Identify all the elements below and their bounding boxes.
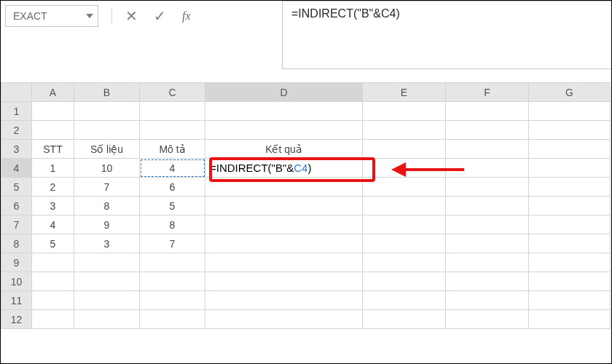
cell-G3[interactable]	[529, 140, 611, 159]
cell-B12[interactable]	[74, 310, 140, 329]
row-header-6[interactable]: 6	[1, 197, 32, 215]
cell-E11[interactable]	[363, 291, 446, 310]
cell-G1[interactable]	[529, 102, 611, 121]
cell-F3[interactable]	[446, 140, 529, 159]
cell-C12[interactable]	[140, 310, 205, 329]
row-header-8[interactable]: 8	[1, 234, 32, 253]
cell-A11[interactable]	[32, 291, 74, 310]
cell-G6[interactable]	[529, 197, 611, 215]
cell-F7[interactable]	[446, 215, 529, 234]
cell-B9[interactable]	[74, 253, 140, 272]
cell-A10[interactable]	[32, 272, 74, 291]
cell-B4[interactable]: 10	[74, 159, 140, 178]
spreadsheet-grid[interactable]: A B C D E F G 1 2 3 STT Số liệu Mô tả Kế…	[1, 82, 612, 329]
cell-E3[interactable]	[363, 140, 446, 159]
cell-E6[interactable]	[363, 197, 446, 215]
cell-E9[interactable]	[363, 253, 446, 272]
insert-function-icon[interactable]: fx	[182, 9, 191, 23]
name-box-dropdown-icon[interactable]	[86, 14, 93, 18]
row-header-4[interactable]: 4	[1, 159, 32, 178]
cell-A1[interactable]	[32, 102, 74, 121]
cell-F12[interactable]	[446, 310, 529, 329]
cell-E1[interactable]	[363, 102, 446, 121]
cell-B1[interactable]	[74, 102, 140, 121]
cell-B8[interactable]: 3	[74, 234, 140, 253]
column-header-A[interactable]: A	[32, 83, 74, 102]
cell-F9[interactable]	[446, 253, 529, 272]
cell-G10[interactable]	[529, 272, 611, 291]
cell-F8[interactable]	[446, 234, 529, 253]
row-header-5[interactable]: 5	[1, 178, 32, 197]
cell-A12[interactable]	[32, 310, 74, 329]
cell-G12[interactable]	[529, 310, 611, 329]
cell-F2[interactable]	[446, 121, 529, 140]
enter-formula-icon[interactable]: ✓	[154, 7, 166, 25]
row-header-7[interactable]: 7	[1, 215, 32, 234]
cell-G5[interactable]	[529, 178, 611, 197]
cell-G4[interactable]	[529, 159, 611, 178]
cell-D6[interactable]	[205, 197, 363, 215]
cell-F6[interactable]	[446, 197, 529, 215]
column-header-E[interactable]: E	[363, 83, 446, 102]
row-header-12[interactable]: 12	[1, 310, 32, 329]
cell-C7[interactable]: 8	[140, 215, 205, 234]
cell-C2[interactable]	[140, 121, 205, 140]
cell-E10[interactable]	[363, 272, 446, 291]
cell-G7[interactable]	[529, 215, 611, 234]
cell-B5[interactable]: 7	[74, 178, 140, 197]
cell-D10[interactable]	[205, 272, 363, 291]
cell-F1[interactable]	[446, 102, 529, 121]
cell-F4[interactable]	[446, 159, 529, 178]
cell-A8[interactable]: 5	[32, 234, 74, 253]
cell-B11[interactable]	[74, 291, 140, 310]
cell-C4[interactable]: 4	[140, 159, 205, 178]
cell-B3[interactable]: Số liệu	[74, 140, 140, 159]
cell-D2[interactable]	[205, 121, 363, 140]
cell-F10[interactable]	[446, 272, 529, 291]
cell-D5[interactable]	[205, 178, 363, 197]
cell-C9[interactable]	[140, 253, 205, 272]
cell-D12[interactable]	[205, 310, 363, 329]
row-header-2[interactable]: 2	[1, 121, 32, 140]
cell-C11[interactable]	[140, 291, 205, 310]
row-header-9[interactable]: 9	[1, 253, 32, 272]
row-header-3[interactable]: 3	[1, 140, 32, 159]
cell-A4[interactable]: 1	[32, 159, 74, 178]
column-header-F[interactable]: F	[446, 83, 529, 102]
cell-A9[interactable]	[32, 253, 74, 272]
name-box[interactable]: EXACT	[5, 5, 98, 27]
cell-G9[interactable]	[529, 253, 611, 272]
cell-A3[interactable]: STT	[32, 140, 74, 159]
cell-D1[interactable]	[205, 102, 363, 121]
cell-D4[interactable]: =INDIRECT("B"&C4)	[205, 159, 363, 178]
cell-E12[interactable]	[363, 310, 446, 329]
cell-F5[interactable]	[446, 178, 529, 197]
cell-D11[interactable]	[205, 291, 363, 310]
cell-E7[interactable]	[363, 215, 446, 234]
cell-C8[interactable]: 7	[140, 234, 205, 253]
row-header-1[interactable]: 1	[1, 102, 32, 121]
cell-C5[interactable]: 6	[140, 178, 205, 197]
cell-E4[interactable]	[363, 159, 446, 178]
cell-C1[interactable]	[140, 102, 205, 121]
cell-B10[interactable]	[74, 272, 140, 291]
cell-G8[interactable]	[529, 234, 611, 253]
cell-C6[interactable]: 5	[140, 197, 205, 215]
cell-G11[interactable]	[529, 291, 611, 310]
cell-F11[interactable]	[446, 291, 529, 310]
column-header-G[interactable]: G	[529, 83, 611, 102]
cell-B2[interactable]	[74, 121, 140, 140]
cell-C3[interactable]: Mô tả	[140, 140, 205, 159]
cell-E8[interactable]	[363, 234, 446, 253]
cell-B7[interactable]: 9	[74, 215, 140, 234]
row-header-10[interactable]: 10	[1, 272, 32, 291]
cell-A5[interactable]: 2	[32, 178, 74, 197]
cell-D9[interactable]	[205, 253, 363, 272]
column-header-C[interactable]: C	[140, 83, 205, 102]
column-header-B[interactable]: B	[74, 83, 140, 102]
cell-D7[interactable]	[205, 215, 363, 234]
cell-A2[interactable]	[32, 121, 74, 140]
cell-G2[interactable]	[529, 121, 611, 140]
cell-B6[interactable]: 8	[74, 197, 140, 215]
cell-E5[interactable]	[363, 178, 446, 197]
